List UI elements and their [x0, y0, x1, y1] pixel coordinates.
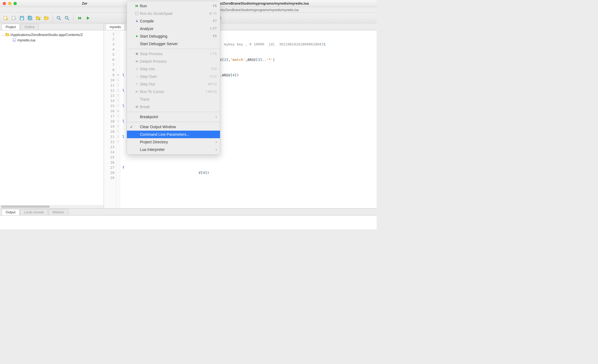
line-number: 2 [104, 37, 114, 42]
project-tree[interactable]: ⌄ /Applications/ZeroBraneStudio.app/Cont… [0, 30, 104, 205]
menu-item-lua-interpreter[interactable]: Lua Interpreter› [127, 146, 220, 153]
svg-line-13 [60, 19, 61, 20]
line-number: 1 [104, 31, 114, 37]
submenu-arrow-icon: › [216, 148, 217, 151]
new-file-button[interactable] [2, 15, 9, 22]
svg-rect-8 [36, 16, 38, 17]
tab-local-console[interactable]: Local console [20, 209, 48, 215]
menu-item-label: Step Over [140, 74, 208, 79]
tree-root-label: /Applications/ZeroBraneStudio.app/Conten… [10, 33, 83, 37]
stepout-icon [134, 82, 140, 86]
line-number: 14 [104, 98, 114, 103]
fold-marker [116, 47, 120, 52]
menu-separator [127, 122, 220, 122]
menu-item-label: Command Line Parameters... [140, 132, 217, 137]
menu-item-start-debugging[interactable]: Start DebuggingF5 [127, 32, 220, 40]
menu-item-run-to-cursor: Run To Cursor⇧⌘F10 [127, 88, 220, 95]
fold-marker [116, 160, 120, 165]
menu-shortcut: ⇧ F7 [209, 27, 217, 31]
svg-point-12 [57, 16, 60, 19]
menu-item-analyze[interactable]: Analyze⇧ F7 [127, 25, 220, 32]
line-number: 8 [104, 67, 114, 72]
close-window-button[interactable] [3, 2, 6, 5]
menu-item-run-as-scratchpad: Run As Scratchpad⌘ F6 [127, 10, 220, 17]
menu-item-label: Step Out [140, 82, 208, 86]
bottom-panel: Output Local console Markers [0, 208, 377, 229]
replace-button[interactable] [64, 15, 71, 22]
zoom-window-button[interactable] [14, 2, 17, 5]
fold-marker: │ [116, 93, 120, 98]
menu-item-breakpoint[interactable]: Breakpoint› [127, 113, 220, 121]
editor-tab[interactable]: myredis [106, 24, 125, 30]
svg-rect-4 [21, 18, 23, 20]
menu-item-label: Lua Interpreter [140, 147, 216, 152]
stop-icon [134, 52, 140, 56]
menu-item-start-debugger-server[interactable]: Start Debugger Server [127, 40, 220, 48]
menu-item-run[interactable]: RunF6 [127, 2, 220, 10]
menu-item-step-into: Step IntoF10 [127, 65, 220, 73]
window-controls [3, 2, 17, 5]
line-number: 29 [104, 175, 114, 180]
menu-item-clear-output-window[interactable]: ✓Clear Output Window [127, 123, 220, 131]
menu-shortcut: F6 [213, 4, 217, 8]
line-number: 7 [104, 62, 114, 67]
find-button[interactable] [55, 15, 63, 22]
fold-marker [116, 175, 120, 180]
menu-item-command-line-parameters[interactable]: Command Line Parameters... [127, 131, 220, 138]
line-number: 17 [104, 114, 114, 119]
fold-marker [116, 144, 120, 150]
sidebar-scrollbar[interactable] [0, 205, 104, 208]
menu-item-label: Clear Output Window [140, 125, 217, 129]
menu-item-compile[interactable]: CompileF7 [127, 17, 220, 25]
menu-item-label: Breakpoint [140, 115, 216, 119]
break-icon [134, 105, 140, 109]
project-from-file-button[interactable] [35, 15, 42, 22]
minimize-window-button[interactable] [8, 2, 11, 5]
tab-output[interactable]: Output [2, 209, 19, 215]
project-dir-button[interactable] [43, 15, 50, 22]
save-button[interactable] [18, 15, 25, 22]
open-file-button[interactable] [10, 15, 17, 22]
tab-outline[interactable]: Outline [20, 24, 39, 30]
expand-icon[interactable]: ⌄ [1, 33, 5, 36]
menu-item-label: Detach Process [140, 59, 217, 64]
menu-shortcut: F7 [213, 19, 217, 23]
fold-marker[interactable]: ⊟ [116, 108, 120, 114]
submenu-arrow-icon: › [216, 115, 217, 119]
fold-gutter[interactable]: ⊟││││││⊟││││││ [116, 30, 120, 208]
tree-file[interactable]: lua myredis.lua [1, 37, 103, 43]
fold-marker: │ [116, 134, 120, 139]
line-number: 22 [104, 139, 114, 144]
tab-project[interactable]: Project [2, 24, 20, 30]
line-number: 6 [104, 57, 114, 62]
line-number: 9 [104, 72, 114, 78]
menu-item-project-directory[interactable]: Project Directory› [127, 138, 220, 146]
fold-marker [116, 57, 120, 62]
line-number: 26 [104, 160, 114, 165]
svg-line-15 [68, 19, 69, 20]
svg-point-1 [6, 18, 8, 20]
debug-button[interactable] [84, 15, 91, 22]
folder-icon [5, 33, 10, 37]
output-area[interactable] [0, 216, 377, 229]
line-number: 18 [104, 119, 114, 124]
save-all-button[interactable] [27, 15, 34, 22]
line-number: 3 [104, 42, 114, 47]
fold-marker: │ [116, 88, 120, 93]
menu-item-label: Trace [140, 97, 217, 101]
svg-rect-31 [136, 106, 137, 108]
tab-markers[interactable]: Markers [48, 209, 68, 215]
menu-item-label: Project Directory [140, 140, 216, 144]
svg-rect-32 [137, 106, 138, 108]
context-menu: RunF6Run As Scratchpad⌘ F6CompileF7Analy… [127, 1, 220, 155]
detach-icon [134, 59, 140, 63]
fold-marker: │ [116, 114, 120, 119]
fold-marker [116, 42, 120, 47]
check-icon: ✓ [129, 125, 134, 129]
run-button[interactable] [76, 15, 83, 22]
fold-marker[interactable]: ⊟ [116, 72, 120, 78]
fold-marker: │ [116, 103, 120, 108]
line-number: 11 [104, 83, 114, 88]
runtocursor-icon [134, 90, 140, 94]
tree-root[interactable]: ⌄ /Applications/ZeroBraneStudio.app/Cont… [1, 32, 103, 37]
